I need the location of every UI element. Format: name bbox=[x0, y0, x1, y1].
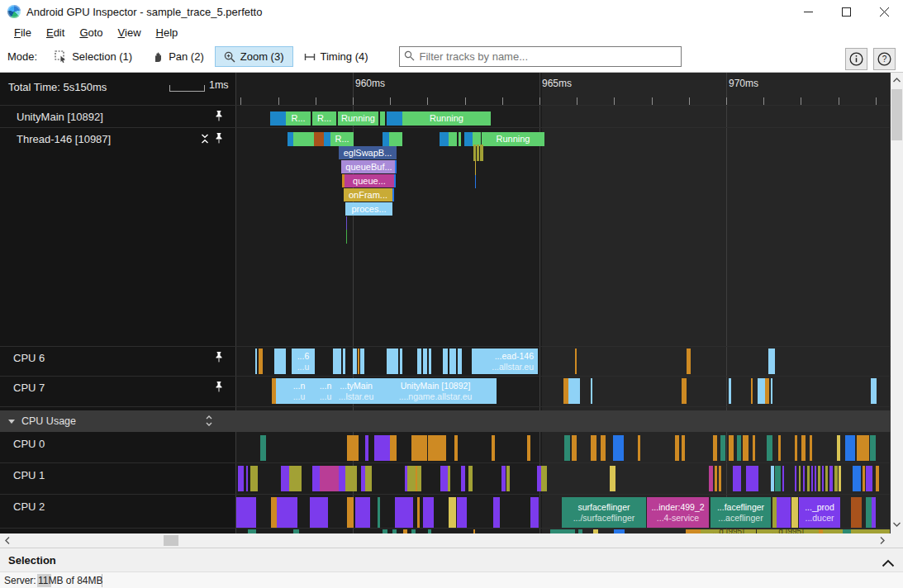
vertical-scrollbar[interactable] bbox=[891, 73, 903, 533]
trace-span[interactable] bbox=[235, 497, 256, 528]
timing-mode-button[interactable]: Timing (4) bbox=[295, 46, 378, 67]
trace-span[interactable] bbox=[527, 435, 530, 461]
trace-span[interactable] bbox=[866, 497, 872, 528]
trace-span[interactable] bbox=[501, 466, 506, 491]
trace-span[interactable] bbox=[274, 349, 286, 374]
trace-span[interactable]: ...6...u bbox=[292, 349, 315, 374]
pin-icon[interactable] bbox=[214, 110, 224, 126]
scroll-right-arrow[interactable] bbox=[877, 533, 888, 548]
trace-span[interactable] bbox=[729, 378, 731, 404]
trace-span[interactable] bbox=[394, 174, 396, 187]
minimize-button[interactable] bbox=[789, 0, 827, 23]
scroll-left-arrow[interactable] bbox=[2, 533, 13, 548]
cpu-usage-section-header[interactable]: CPU Usage bbox=[0, 410, 891, 432]
trace-span[interactable] bbox=[601, 435, 606, 461]
trace-span[interactable]: Running bbox=[338, 111, 378, 126]
trace-span[interactable] bbox=[863, 466, 865, 491]
trace-span[interactable] bbox=[493, 497, 500, 528]
trace-span[interactable] bbox=[339, 466, 345, 491]
trace-span[interactable] bbox=[380, 111, 385, 126]
trace-span[interactable] bbox=[355, 497, 370, 528]
trace-span[interactable] bbox=[591, 435, 596, 461]
trace-span[interactable] bbox=[682, 435, 685, 461]
trace-span[interactable] bbox=[320, 466, 339, 491]
trace-span[interactable] bbox=[480, 145, 483, 161]
trace-span[interactable]: queueBuf... bbox=[341, 160, 397, 173]
trace-span[interactable] bbox=[440, 132, 449, 146]
trace-span[interactable] bbox=[530, 497, 539, 528]
trace-span[interactable] bbox=[417, 497, 420, 528]
trace-span[interactable] bbox=[387, 111, 402, 126]
trace-span[interactable] bbox=[715, 466, 717, 491]
trace-span[interactable] bbox=[277, 497, 297, 528]
trace-span[interactable]: queue... bbox=[345, 174, 394, 187]
trace-span[interactable] bbox=[610, 466, 615, 491]
trace-span[interactable] bbox=[411, 435, 427, 461]
trace-span[interactable] bbox=[753, 435, 755, 461]
track-row-cpu-1[interactable]: CPU 1 bbox=[0, 464, 235, 494]
trace-span[interactable] bbox=[314, 132, 324, 146]
trace-span[interactable] bbox=[795, 435, 797, 461]
trace-span[interactable] bbox=[395, 160, 397, 173]
menu-view[interactable]: View bbox=[111, 25, 149, 40]
trace-span[interactable] bbox=[392, 188, 394, 202]
trace-span[interactable] bbox=[459, 132, 461, 146]
help-button[interactable]: ? bbox=[873, 48, 896, 70]
trace-span[interactable] bbox=[417, 349, 421, 374]
trace-span[interactable] bbox=[260, 435, 266, 461]
trace-span[interactable] bbox=[346, 216, 347, 230]
trace-span[interactable] bbox=[468, 466, 473, 491]
trace-span[interactable] bbox=[429, 349, 431, 374]
pin-icon[interactable] bbox=[214, 351, 224, 367]
trace-span[interactable] bbox=[815, 466, 816, 491]
trace-span[interactable] bbox=[347, 435, 359, 461]
trace-span[interactable] bbox=[383, 132, 389, 146]
trace-span[interactable] bbox=[845, 435, 855, 461]
selection-mode-button[interactable]: Selection (1) bbox=[45, 46, 141, 67]
trace-span[interactable] bbox=[390, 435, 397, 461]
trace-span[interactable] bbox=[733, 466, 741, 491]
trace-span[interactable] bbox=[857, 435, 869, 461]
trace-span[interactable] bbox=[454, 435, 458, 461]
trace-span[interactable] bbox=[449, 497, 456, 528]
trace-span[interactable] bbox=[353, 349, 357, 374]
trace-span[interactable] bbox=[457, 497, 467, 528]
trace-span[interactable] bbox=[778, 435, 781, 461]
trace-span[interactable] bbox=[825, 466, 828, 491]
trace-span[interactable] bbox=[746, 466, 758, 491]
track-row-cpu-0[interactable]: CPU 0 bbox=[0, 433, 235, 462]
trace-span[interactable] bbox=[851, 497, 862, 528]
track-row-cpu-3[interactable]: CPU 3 bbox=[0, 529, 235, 533]
trace-span[interactable] bbox=[572, 435, 577, 461]
trace-span[interactable] bbox=[872, 497, 876, 528]
tracks-canvas[interactable]: 960ms965ms970msR...R...RunningRunningR..… bbox=[235, 73, 891, 533]
trace-span[interactable]: R... bbox=[286, 111, 311, 126]
maximize-button[interactable] bbox=[827, 0, 865, 23]
horizontal-scroll-thumb[interactable] bbox=[164, 535, 178, 546]
trace-span[interactable] bbox=[365, 466, 372, 491]
trace-span[interactable] bbox=[839, 466, 841, 491]
trace-span[interactable] bbox=[358, 349, 359, 374]
trace-span[interactable] bbox=[803, 466, 805, 491]
trace-span[interactable] bbox=[324, 132, 330, 146]
trace-span[interactable] bbox=[477, 145, 479, 161]
trace-span[interactable] bbox=[720, 435, 725, 461]
pin-icon[interactable] bbox=[214, 132, 224, 148]
trace-span[interactable] bbox=[448, 466, 450, 491]
trace-span[interactable] bbox=[782, 466, 784, 491]
trace-span[interactable] bbox=[288, 132, 293, 146]
trace-span[interactable]: eglSwapB... bbox=[339, 146, 397, 159]
trace-span[interactable] bbox=[281, 466, 289, 491]
trace-span[interactable] bbox=[758, 378, 765, 404]
trace-span[interactable] bbox=[461, 466, 465, 491]
trace-span[interactable] bbox=[343, 349, 345, 374]
trace-span[interactable] bbox=[568, 378, 580, 404]
trace-span[interactable]: R... bbox=[312, 111, 336, 126]
trace-span[interactable] bbox=[834, 466, 838, 491]
trace-span[interactable] bbox=[458, 349, 462, 374]
trace-span[interactable] bbox=[775, 466, 781, 491]
trace-span[interactable]: ..._prod...ducer bbox=[799, 497, 840, 528]
scroll-down-arrow[interactable] bbox=[891, 519, 903, 530]
trace-span[interactable] bbox=[310, 497, 328, 528]
trace-span[interactable] bbox=[876, 466, 879, 491]
